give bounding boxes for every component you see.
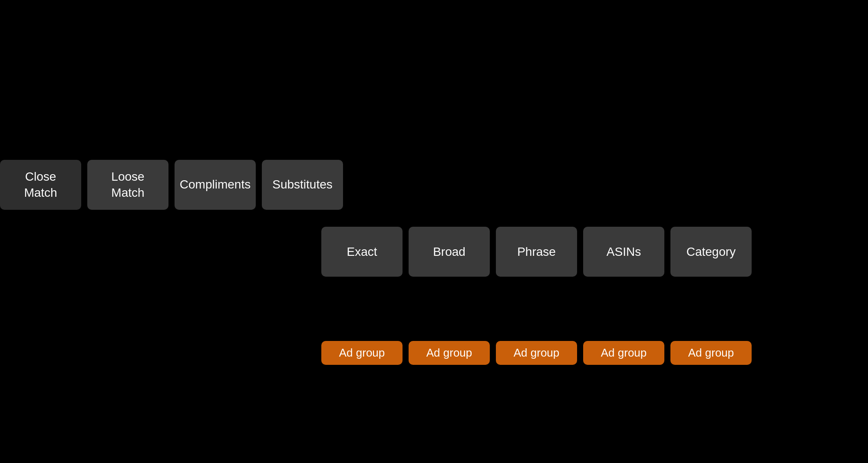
ad-group-button-1[interactable]: Ad group (321, 341, 403, 365)
keyword-type-row: Exact Broad Phrase ASINs Category (321, 227, 752, 277)
broad-button[interactable]: Broad (409, 227, 490, 277)
ad-group-row: Ad group Ad group Ad group Ad group Ad g… (321, 341, 752, 365)
phrase-button[interactable]: Phrase (496, 227, 577, 277)
ad-group-button-5[interactable]: Ad group (670, 341, 752, 365)
loose-match-button[interactable]: LooseMatch (87, 160, 168, 210)
substitutes-button[interactable]: Substitutes (262, 160, 343, 210)
close-match-button[interactable]: CloseMatch (0, 160, 81, 210)
exact-button[interactable]: Exact (321, 227, 403, 277)
top-match-row: CloseMatch LooseMatch Compliments Substi… (0, 160, 343, 210)
compliments-button[interactable]: Compliments (175, 160, 256, 210)
category-button[interactable]: Category (670, 227, 752, 277)
ad-group-button-2[interactable]: Ad group (409, 341, 490, 365)
ad-group-button-3[interactable]: Ad group (496, 341, 577, 365)
ad-group-button-4[interactable]: Ad group (583, 341, 664, 365)
asins-button[interactable]: ASINs (583, 227, 664, 277)
